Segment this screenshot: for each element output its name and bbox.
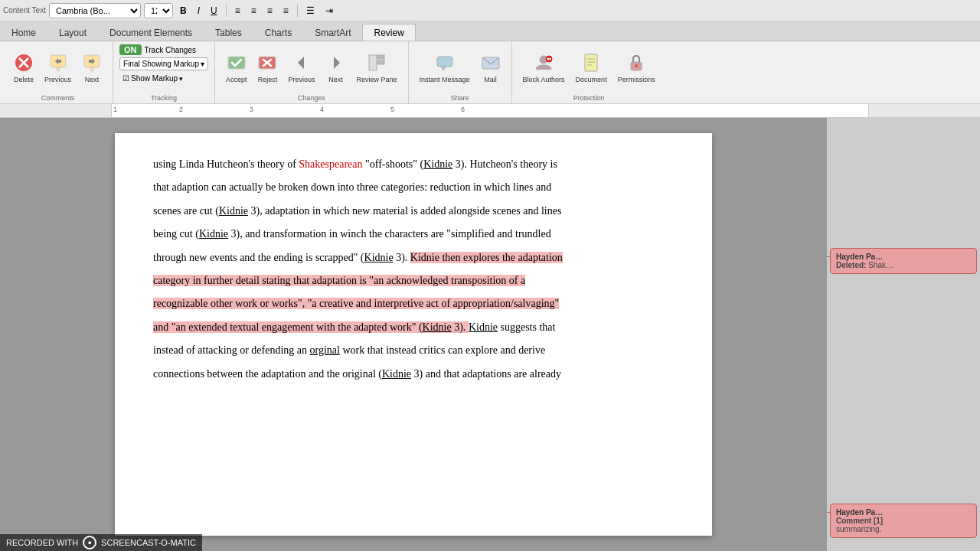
svg-rect-16 (437, 57, 452, 67)
comment-text-2: summarizing. (836, 525, 971, 533)
paragraph-4: being cut (Kidnie 3), and transformation… (153, 226, 674, 243)
paragraph-2: that adaption can actually be broken dow… (153, 179, 674, 196)
text-kidnie-3: Kidnie (199, 228, 228, 240)
delete-label: Delete (14, 77, 34, 84)
next-comment-label: Next (85, 77, 100, 84)
previous-comment-label: Previous (44, 77, 71, 84)
svg-marker-4 (56, 67, 60, 72)
align-center-button[interactable]: ≡ (247, 3, 260, 18)
comment-bubble-2[interactable]: Hayden Pa… Comment [1] summarizing. (830, 504, 977, 538)
paragraph-3: scenes are cut (Kidnie 3), adaptation in… (153, 203, 674, 220)
accept-label: Accept (226, 77, 247, 84)
text-tracked-insert-5: 3). (452, 321, 469, 333)
document-page: using Linda Hutcheon's theory of Shakesp… (115, 133, 712, 536)
tab-charts[interactable]: Charts (253, 24, 303, 41)
tab-layout[interactable]: Layout (47, 24, 98, 41)
text-normal: 3) and that adaptations are already (411, 368, 561, 380)
text-normal: scenes are cut ( (153, 205, 219, 217)
dropdown-arrow-icon: ▾ (201, 60, 204, 68)
svg-rect-7 (228, 57, 245, 69)
permissions-icon (626, 53, 646, 75)
text-kidnie-5: Kidnie (423, 321, 452, 333)
document-label: Document (576, 77, 607, 84)
ruler: 1 2 3 4 5 6 (0, 104, 980, 118)
svg-rect-13 (369, 55, 377, 70)
text-tracked-insert-2: category in further detail stating that … (153, 275, 525, 286)
screencast-bar: RECORDED WITH ● SCREENCAST-O-MATIC (0, 534, 202, 551)
document-button[interactable]: Document (571, 50, 612, 87)
next-change-icon (326, 53, 346, 75)
accept-button[interactable]: Accept (221, 50, 252, 87)
comment-author-1: Hayden Pa… (836, 253, 971, 261)
text-kidnie-7: Kidnie (382, 368, 411, 380)
instant-msg-label: Instant Message (420, 77, 470, 84)
svg-marker-11 (298, 57, 304, 69)
text-normal: "off-shoots" ( (363, 158, 424, 170)
bold-button[interactable]: B (176, 3, 191, 18)
accept-icon (227, 53, 247, 75)
document-scroll[interactable]: using Linda Hutcheon's theory of Shakesp… (0, 118, 827, 551)
permissions-label: Permissions (618, 77, 655, 84)
reject-button[interactable]: Reject (253, 50, 282, 87)
prev-change-icon (292, 53, 312, 75)
justify-button[interactable]: ≡ (279, 3, 292, 18)
markup-dropdown[interactable]: Final Showing Markup ▾ (119, 57, 208, 70)
next-change-button[interactable]: Next (322, 50, 351, 87)
list-button[interactable]: ☰ (302, 3, 318, 18)
underline-button[interactable]: U (207, 3, 221, 18)
recorded-with-text: RECORDED WITH (6, 538, 78, 547)
svg-marker-6 (90, 67, 94, 72)
block-authors-button[interactable]: Block Authors (518, 50, 570, 87)
ribbon: Delete Previous Next Comments ON (0, 41, 980, 104)
mail-button[interactable]: Mail (476, 50, 505, 87)
prev-change-label: Previous (288, 77, 315, 84)
text-normal: using Linda Hutcheon's theory of (153, 158, 299, 170)
tab-review[interactable]: Review (362, 24, 415, 41)
next-comment-button[interactable]: Next (77, 50, 106, 87)
ruler-inner: 1 2 3 4 5 6 (111, 104, 869, 117)
align-left-button[interactable]: ≡ (231, 3, 244, 18)
text-tracked-insert-4: and "an extended textual engagement with… (153, 321, 423, 333)
delete-button[interactable]: Delete (9, 50, 38, 87)
block-authors-label: Block Authors (523, 77, 565, 84)
separator (226, 5, 227, 17)
instant-message-button[interactable]: Instant Message (415, 50, 475, 87)
show-markup-check-icon: ☑ (122, 74, 129, 83)
text-shakespearean: Shakespearean (299, 158, 362, 170)
share-group-label: Share (415, 93, 505, 102)
font-size-selector[interactable]: 12 (144, 3, 173, 18)
document-icon (581, 53, 601, 75)
show-markup-button[interactable]: ☑ Show Markup ▾ (119, 73, 186, 84)
previous-comment-button[interactable]: Previous (40, 50, 76, 87)
separator2 (297, 5, 298, 17)
review-pane-button[interactable]: Review Pane (352, 50, 402, 87)
top-toolbar: Content Text Cambria (Bo... 12 B I U ≡ ≡… (0, 0, 980, 21)
comment-author-2: Hayden Pa… (836, 508, 971, 517)
changes-group: Accept Reject Previous Next (215, 41, 409, 103)
italic-button[interactable]: I (194, 3, 204, 18)
comment-bubble-1[interactable]: Hayden Pa… Deleted: Shak… (830, 248, 977, 274)
track-changes-text: Track Changes (145, 46, 196, 54)
track-changes-toggle[interactable]: ON (119, 44, 142, 55)
tracking-group: ON Track Changes Final Showing Markup ▾ … (113, 41, 215, 103)
text-kidnie-6: Kidnie (469, 321, 498, 333)
indent-button[interactable]: ⇥ (322, 3, 337, 18)
text-normal: connections between the adaptation and t… (153, 368, 382, 380)
prev-comment-icon (48, 53, 68, 75)
reject-label: Reject (258, 77, 278, 84)
reject-icon (257, 53, 277, 75)
tab-smartart[interactable]: SmartArt (303, 24, 362, 41)
text-normal: 3). Hutcheon's theory is (452, 158, 557, 170)
align-right-button[interactable]: ≡ (263, 3, 276, 18)
font-name-selector[interactable]: Cambria (Bo... (49, 3, 141, 18)
text-normal: 3), adaptation in which new material is … (248, 205, 561, 217)
text-normal: 3). (394, 252, 410, 263)
protection-group-label: Protection (518, 93, 660, 102)
tab-home[interactable]: Home (0, 24, 47, 41)
tab-document-elements[interactable]: Document Elements (98, 24, 204, 41)
previous-change-button[interactable]: Previous (283, 50, 319, 87)
screencast-brand: SCREENCAST-O-MATIC (101, 538, 196, 547)
mail-label: Mail (484, 77, 497, 84)
tab-tables[interactable]: Tables (204, 24, 253, 41)
permissions-button[interactable]: Permissions (613, 50, 660, 87)
